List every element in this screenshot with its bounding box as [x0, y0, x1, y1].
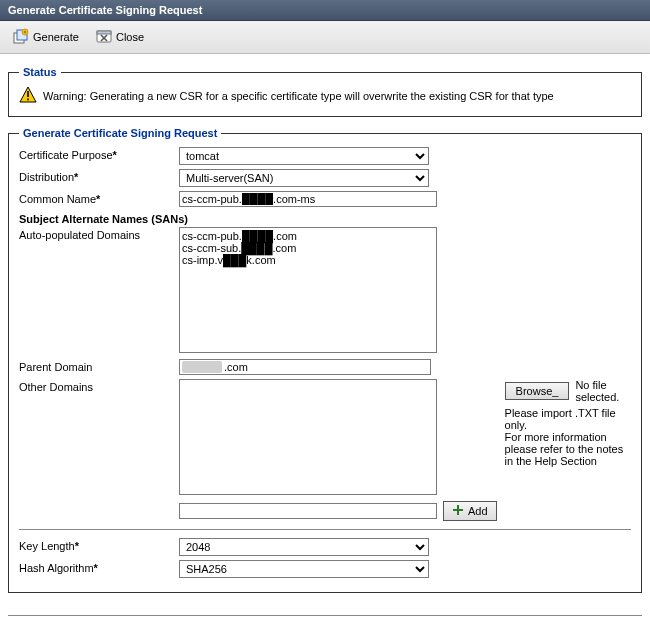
footer-divider	[8, 615, 642, 616]
toolbar-close-button[interactable]: Close	[89, 25, 151, 49]
generate-icon	[13, 28, 29, 46]
label-other-domains: Other Domains	[19, 379, 179, 393]
csr-form-fieldset: Generate Certificate Signing Request Cer…	[8, 127, 642, 593]
input-parent-domain[interactable]: xxxx.com	[179, 359, 431, 375]
browse-button[interactable]: Browse_	[505, 382, 570, 400]
svg-rect-6	[27, 99, 29, 101]
plus-icon	[452, 504, 464, 518]
toolbar-generate-label: Generate	[33, 31, 79, 43]
textarea-other-domains[interactable]	[179, 379, 437, 495]
toolbar-close-label: Close	[116, 31, 144, 43]
select-certificate-purpose[interactable]: tomcat	[179, 147, 429, 165]
san-heading: Subject Alternate Names (SANs)	[19, 213, 631, 225]
add-domain-button[interactable]: Add	[443, 501, 497, 521]
toolbar-generate-button[interactable]: Generate	[6, 25, 86, 49]
svg-rect-4	[97, 31, 111, 34]
add-domain-label: Add	[468, 505, 488, 517]
label-key-length: Key Length*	[19, 538, 179, 552]
no-file-selected-text: No file selected.	[575, 379, 631, 403]
input-common-name[interactable]	[179, 191, 437, 207]
csr-form-legend: Generate Certificate Signing Request	[19, 127, 221, 139]
titlebar: Generate Certificate Signing Request	[0, 0, 650, 21]
select-key-length[interactable]: 2048	[179, 538, 429, 556]
status-warning-text: Warning: Generating a new CSR for a spec…	[43, 90, 554, 102]
other-domains-hint-2: For more information please refer to the…	[505, 431, 631, 467]
label-hash-algorithm: Hash Algorithm*	[19, 560, 179, 574]
page-title: Generate Certificate Signing Request	[8, 4, 202, 16]
toolbar: Generate Close	[0, 21, 650, 54]
label-certificate-purpose: Certificate Purpose*	[19, 147, 179, 161]
other-domains-hint-1: Please import .TXT file only.	[505, 407, 631, 431]
svg-rect-8	[453, 509, 463, 511]
status-fieldset: Status Warning: Generating a new CSR for…	[8, 66, 642, 117]
input-add-domain[interactable]	[179, 503, 437, 519]
warning-icon	[19, 86, 37, 106]
close-icon	[96, 28, 112, 46]
select-hash-algorithm[interactable]: SHA256	[179, 560, 429, 578]
label-distribution: Distribution*	[19, 169, 179, 183]
svg-rect-5	[27, 91, 29, 97]
divider	[19, 529, 631, 530]
label-parent-domain: Parent Domain	[19, 359, 179, 373]
label-auto-populated-domains: Auto-populated Domains	[19, 227, 179, 241]
select-distribution[interactable]: Multi-server(SAN)	[179, 169, 429, 187]
status-legend: Status	[19, 66, 61, 78]
label-common-name: Common Name*	[19, 191, 179, 205]
textarea-auto-populated-domains[interactable]	[179, 227, 437, 353]
